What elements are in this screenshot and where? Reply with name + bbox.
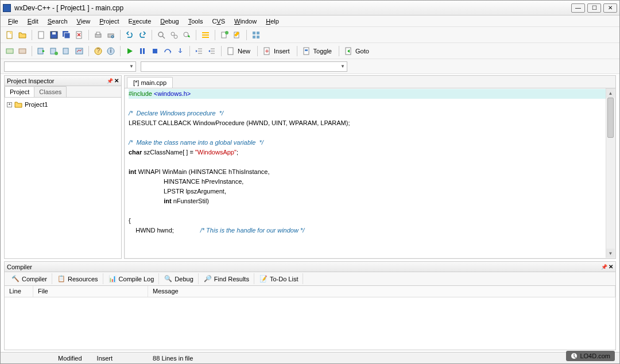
save-all-icon[interactable] xyxy=(61,29,72,41)
edit-resource-icon[interactable] xyxy=(231,29,243,41)
add-resource-icon[interactable] xyxy=(219,29,230,41)
compiler-tab-find-results[interactable]: 🔎Find Results xyxy=(199,273,254,284)
compile-run-icon[interactable] xyxy=(36,45,47,57)
close-button[interactable]: ✕ xyxy=(603,3,617,13)
tab-icon: 📝 xyxy=(259,275,268,282)
tab-label: Compiler xyxy=(22,276,47,282)
find-next-icon[interactable] xyxy=(181,29,192,41)
svg-rect-6 xyxy=(64,33,70,38)
svg-rect-25 xyxy=(257,36,259,38)
menu-cvs[interactable]: CVS xyxy=(208,17,229,26)
tree-item-label[interactable]: Project1 xyxy=(25,101,48,108)
close-file-icon[interactable] xyxy=(73,29,85,41)
svg-point-13 xyxy=(171,32,175,36)
code-line: int nFunsterStil) xyxy=(129,196,611,206)
function-combo[interactable] xyxy=(141,61,347,72)
step-into-icon[interactable] xyxy=(175,45,186,57)
menu-window[interactable]: Window xyxy=(230,17,261,26)
save-icon[interactable] xyxy=(48,29,60,41)
compiler-close-icon[interactable]: ✕ xyxy=(609,264,613,270)
stop-icon[interactable] xyxy=(149,45,161,57)
about-icon[interactable]: i xyxy=(105,45,117,57)
compiler-output[interactable] xyxy=(5,297,615,350)
new-button[interactable]: New xyxy=(225,45,254,57)
compiler-pin-icon[interactable]: 📌 xyxy=(601,264,607,270)
compiler-tab-to-do-list[interactable]: 📝To-Do List xyxy=(255,273,304,284)
scroll-down-icon[interactable]: ▼ xyxy=(606,249,615,258)
tab-label: Find Results xyxy=(214,276,249,282)
watermark: LO4D.com xyxy=(566,351,615,361)
menu-view[interactable]: View xyxy=(73,17,95,26)
print-preview-icon[interactable] xyxy=(105,29,117,41)
col-file[interactable]: File xyxy=(33,286,148,297)
code-line: char szClassName[ ] = "WindowsApp"; xyxy=(129,148,611,157)
project-inspector-panel: Project Inspector 📌 ✕ Project Classes + … xyxy=(4,75,122,259)
tab-classes[interactable]: Classes xyxy=(34,86,67,97)
compiler-title: Compiler xyxy=(7,264,32,270)
replace-icon[interactable] xyxy=(168,29,180,41)
undo-icon[interactable] xyxy=(124,29,135,41)
menu-help[interactable]: Help xyxy=(262,17,283,26)
class-combo[interactable] xyxy=(4,61,136,72)
pause-icon[interactable] xyxy=(137,45,148,57)
rebuild-icon[interactable] xyxy=(17,45,28,57)
scroll-thumb[interactable] xyxy=(607,98,614,138)
tree-expand-icon[interactable]: + xyxy=(7,102,12,107)
print-icon[interactable] xyxy=(92,29,104,41)
outdent-icon[interactable] xyxy=(206,45,218,57)
col-line[interactable]: Line xyxy=(5,286,33,297)
goto-button[interactable]: Goto xyxy=(343,45,373,57)
col-message[interactable]: Message xyxy=(148,286,615,297)
toggle-button[interactable]: Toggle xyxy=(301,45,335,57)
editor-scrollbar[interactable]: ▲ ▼ xyxy=(606,88,615,258)
build-all-icon[interactable] xyxy=(48,45,60,57)
new-file-icon[interactable] xyxy=(4,29,16,41)
maximize-button[interactable]: ☐ xyxy=(587,3,601,13)
insert-button[interactable]: Insert xyxy=(261,45,293,57)
profile-icon[interactable] xyxy=(73,45,85,57)
code-line: HWND hwnd; /* This is the handle for our… xyxy=(129,226,611,235)
goto-line-icon[interactable] xyxy=(200,29,211,41)
menu-project[interactable]: Project xyxy=(95,17,123,26)
compiler-tab-debug[interactable]: 🔍Debug xyxy=(160,273,198,284)
tab-project[interactable]: Project xyxy=(5,86,34,97)
editor-tab-main[interactable]: [*] main.cpp xyxy=(127,77,173,88)
pin-icon[interactable]: 📌 xyxy=(107,78,113,84)
open-folder-icon[interactable] xyxy=(17,29,28,41)
help-icon[interactable]: ? xyxy=(92,45,104,57)
scroll-up-icon[interactable]: ▲ xyxy=(606,88,615,98)
compiler-tab-resources[interactable]: 📋Resources xyxy=(53,273,103,284)
svg-text:?: ? xyxy=(96,47,100,54)
step-over-icon[interactable] xyxy=(162,45,173,57)
build-stop-icon[interactable] xyxy=(61,45,72,57)
compile-icon[interactable] xyxy=(4,45,16,57)
minimize-button[interactable]: — xyxy=(571,3,585,13)
menu-file[interactable]: File xyxy=(4,17,22,26)
code-line: /* Declare Windows procedure */ xyxy=(129,109,611,118)
compiler-tab-compile-log[interactable]: 📊Compile Log xyxy=(104,273,160,284)
svg-rect-22 xyxy=(253,32,255,34)
toggle-label: Toggle xyxy=(311,48,334,55)
code-line: LPSTR lpszArgument, xyxy=(129,187,611,196)
watermark-text: LO4D.com xyxy=(580,353,610,359)
menu-execute[interactable]: Execute xyxy=(125,17,156,26)
options-grid-icon[interactable] xyxy=(250,29,262,41)
code-editor[interactable]: #include <windows.h> /* Declare Windows … xyxy=(125,88,615,258)
find-icon[interactable] xyxy=(156,29,167,41)
run-icon[interactable] xyxy=(124,45,135,57)
code-line: LRESULT CALLBACK WindowProcedure (HWND, … xyxy=(129,118,611,128)
project-tree[interactable]: + Project1 xyxy=(5,98,121,258)
menu-edit[interactable]: Edit xyxy=(24,17,42,26)
panel-close-icon[interactable]: ✕ xyxy=(114,78,119,84)
toolbar-2: ? i New Insert Toggle Goto xyxy=(1,43,619,59)
new-doc-icon[interactable] xyxy=(36,29,47,41)
compiler-tab-compiler[interactable]: 🔨Compiler xyxy=(7,273,52,284)
redo-icon[interactable] xyxy=(137,29,148,41)
tab-icon: 🔍 xyxy=(164,275,172,282)
menu-debug[interactable]: Debug xyxy=(156,17,183,26)
statusbar: Modified Insert 88 Lines in file xyxy=(1,352,619,363)
menu-tools[interactable]: Tools xyxy=(184,17,207,26)
menu-search[interactable]: Search xyxy=(44,17,72,26)
svg-rect-24 xyxy=(253,36,255,38)
indent-icon[interactable] xyxy=(193,45,205,57)
